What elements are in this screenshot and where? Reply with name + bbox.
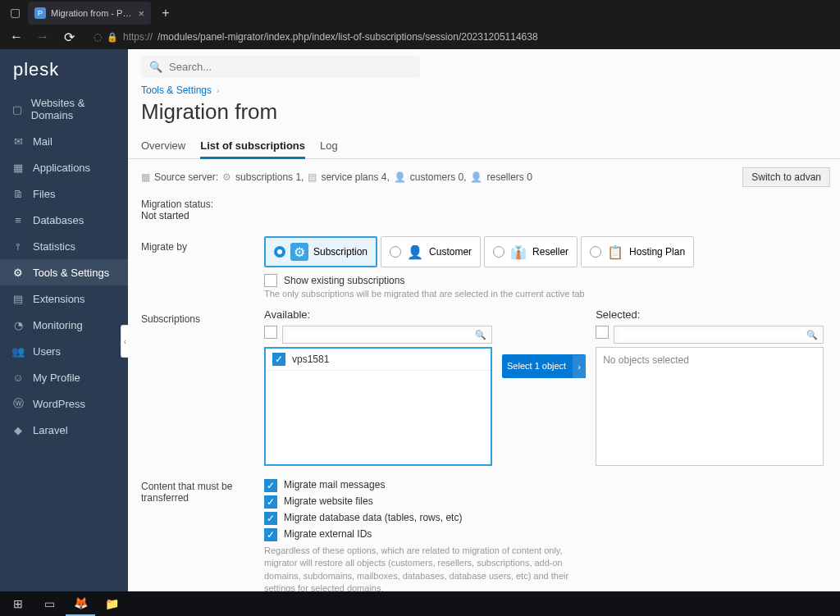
- sidebar-item-statistics[interactable]: ⫯Statistics: [0, 233, 128, 259]
- brand-logo[interactable]: plesk: [0, 49, 128, 90]
- available-search[interactable]: 🔍: [282, 326, 492, 344]
- content-option: ✓Migrate website files: [264, 495, 827, 509]
- select-objects-button[interactable]: Select 1 object ›: [502, 354, 586, 378]
- shield-icon: ◌: [94, 31, 102, 43]
- sidebar-item-wordpress[interactable]: ⓦWordPress: [0, 390, 128, 417]
- subscriptions-row: Subscriptions Available: 🔍 ✓vps1581: [128, 303, 840, 471]
- sidebar-item-extensions[interactable]: ▤Extensions: [0, 285, 128, 312]
- tab-overview[interactable]: Overview: [141, 135, 185, 158]
- tab-list[interactable]: List of subscriptions: [200, 135, 305, 159]
- page-title: Migration from: [128, 96, 840, 135]
- global-search[interactable]: 🔍: [141, 56, 420, 78]
- sidebar-item-monitoring[interactable]: ◔Monitoring: [0, 312, 128, 338]
- sidebar-item-files[interactable]: 🗎Files: [0, 180, 128, 207]
- url-path: /modules/panel-migrator/index.php/index/…: [158, 31, 538, 43]
- radio-icon: [493, 246, 504, 258]
- search-icon: 🔍: [806, 330, 818, 340]
- source-subs: subscriptions 1,: [235, 171, 304, 183]
- plan-icon: 📋: [606, 243, 624, 261]
- nav-icon: ☺: [11, 371, 25, 384]
- nav-bar: ← → ⟳ ◌ 🔒 https:// /modules/panel-migrat…: [0, 25, 840, 49]
- item-label: vps1581: [292, 354, 329, 365]
- migrate-by-option-reseller[interactable]: 👔Reseller: [484, 236, 578, 267]
- url-protocol: https://: [123, 31, 153, 43]
- task-view-button[interactable]: ▭: [34, 591, 64, 616]
- nav-icon: ▤: [11, 292, 25, 305]
- switch-advanced-button[interactable]: Switch to advan: [742, 167, 830, 187]
- content-option: ✓Migrate mail messages: [264, 479, 827, 492]
- selected-column: Selected: 🔍 No objects selected: [596, 308, 824, 466]
- sidebar-item-tools-settings[interactable]: ⚙Tools & Settings: [0, 259, 128, 285]
- reload-button[interactable]: ⟳: [61, 30, 77, 45]
- source-info-row: ▦ Source server: ⚙ subscriptions 1, ▤ se…: [128, 159, 840, 195]
- explorer-taskbar-icon[interactable]: 📁: [97, 591, 126, 616]
- search-input[interactable]: [169, 61, 412, 73]
- sidebar-item-websites-domains[interactable]: ▢Websites & Domains: [0, 90, 128, 128]
- sidebar-item-databases[interactable]: ≡Databases: [0, 207, 128, 233]
- migrate-by-options: ⚙Subscription👤Customer👔Reseller📋Hosting …: [264, 236, 827, 267]
- nav-label: Applications: [33, 162, 90, 174]
- sidebar-toggle-icon[interactable]: ▢: [5, 2, 25, 22]
- new-tab-button[interactable]: +: [154, 2, 177, 25]
- available-column: Available: 🔍 ✓vps1581: [264, 308, 492, 466]
- plan-icon: ▤: [308, 171, 317, 183]
- migrate-by-hint: The only subscriptions will be migrated …: [264, 289, 827, 299]
- radio-icon: [274, 246, 285, 258]
- nav-icon: ⓦ: [11, 397, 25, 410]
- selected-listbox[interactable]: No objects selected: [596, 347, 824, 466]
- migrate-by-option-subscription[interactable]: ⚙Subscription: [264, 236, 377, 267]
- available-search-input[interactable]: [288, 330, 475, 340]
- radio-icon: [390, 246, 401, 258]
- option-label: Subscription: [313, 246, 368, 258]
- show-existing-checkbox[interactable]: [264, 274, 277, 287]
- content-checkbox[interactable]: ✓: [264, 512, 277, 525]
- breadcrumb-link[interactable]: Tools & Settings: [141, 84, 212, 96]
- plesk-favicon: P: [34, 7, 46, 19]
- forward-button[interactable]: →: [34, 30, 51, 44]
- server-icon: ▦: [141, 171, 150, 183]
- nav-icon: ▦: [11, 161, 25, 174]
- migrate-by-option-hosting-plan[interactable]: 📋Hosting Plan: [581, 236, 694, 267]
- sidebar-item-users[interactable]: 👥Users: [0, 338, 128, 364]
- search-icon: 🔍: [475, 330, 486, 340]
- list-item[interactable]: ✓vps1581: [266, 349, 491, 371]
- source-prefix: Source server:: [154, 171, 218, 183]
- back-button[interactable]: ←: [8, 30, 25, 44]
- url-bar[interactable]: ◌ 🔒 https:// /modules/panel-migrator/ind…: [87, 26, 832, 48]
- selected-select-all-checkbox[interactable]: [596, 326, 609, 339]
- sidebar-item-laravel[interactable]: ◆Laravel: [0, 417, 128, 443]
- nav-label: WordPress: [33, 398, 85, 410]
- chevron-right-icon: ›: [217, 86, 219, 95]
- user-icon: 👤: [394, 171, 406, 183]
- content-checkbox[interactable]: ✓: [264, 528, 277, 541]
- lock-icon: 🔒: [107, 32, 118, 43]
- app: plesk ▢Websites & Domains✉Mail▦Applicati…: [0, 49, 840, 591]
- close-icon[interactable]: ×: [138, 7, 144, 20]
- source-resellers: resellers 0: [486, 171, 532, 183]
- selected-search[interactable]: 🔍: [614, 326, 824, 344]
- nav-label: Files: [33, 188, 55, 200]
- start-button[interactable]: ⊞: [3, 591, 33, 616]
- sidebar-item-mail[interactable]: ✉Mail: [0, 128, 128, 154]
- migrate-by-label: Migrate by: [141, 236, 264, 299]
- migrate-by-option-customer[interactable]: 👤Customer: [381, 236, 481, 267]
- gear-icon: ⚙: [222, 171, 231, 183]
- sidebar-item-applications[interactable]: ▦Applications: [0, 154, 128, 180]
- firefox-taskbar-icon[interactable]: 🦊: [66, 591, 95, 616]
- available-select-all-checkbox[interactable]: [264, 326, 277, 339]
- nav-icon: ◆: [11, 423, 25, 436]
- tabs: OverviewList of subscriptionsLog: [128, 135, 840, 159]
- browser-tab[interactable]: P Migration from - Pl… ×: [28, 2, 151, 25]
- tab-log[interactable]: Log: [320, 135, 338, 158]
- sidebar-item-my-profile[interactable]: ☺My Profile: [0, 364, 128, 390]
- selected-search-input[interactable]: [619, 330, 806, 340]
- transfer-column: Select 1 object ›: [502, 308, 586, 378]
- option-label: Hosting Plan: [629, 246, 685, 258]
- nav-icon: ⚙: [11, 266, 25, 279]
- content-checkbox[interactable]: ✓: [264, 479, 277, 492]
- status-value: Not started: [141, 210, 827, 221]
- available-listbox[interactable]: ✓vps1581: [264, 347, 492, 466]
- content-checkbox[interactable]: ✓: [264, 495, 277, 509]
- nav-icon: ⫯: [11, 240, 25, 253]
- item-checkbox[interactable]: ✓: [272, 353, 285, 366]
